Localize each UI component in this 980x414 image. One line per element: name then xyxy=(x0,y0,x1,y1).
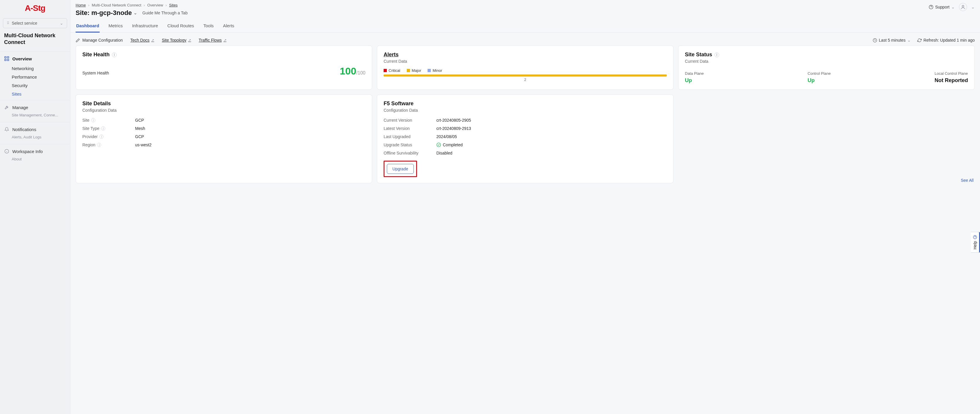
last-upgraded-value: 2024/08/05 xyxy=(436,134,667,139)
external-link-icon: ↗ xyxy=(224,38,226,42)
sidebar-item-performance[interactable]: Performance xyxy=(0,73,70,81)
sidebar-item-workspace[interactable]: Workspace Info xyxy=(0,146,70,157)
sidebar-item-networking[interactable]: Networking xyxy=(0,64,70,73)
grip-icon: ⠿ xyxy=(7,21,10,25)
sidebar-item-notifications[interactable]: Notifications xyxy=(0,124,70,135)
site-topology-link[interactable]: Site Topology ↗ xyxy=(162,38,191,43)
see-all-region: See All xyxy=(678,94,975,183)
sidebar-workspace-label: Workspace Info xyxy=(12,149,43,154)
local-control-plane-label: Local Control Plane xyxy=(935,71,968,76)
page-title-prefix: Site: xyxy=(76,9,90,17)
tab-cloud-routes[interactable]: Cloud Routes xyxy=(167,20,195,32)
alerts-card: Alerts Current Data Critical Major Minor… xyxy=(377,45,673,90)
current-version-label: Current Version xyxy=(383,118,436,123)
select-service-label: Select service xyxy=(12,21,37,25)
external-link-icon: ↗ xyxy=(188,38,191,42)
alerts-bar xyxy=(383,75,667,76)
clock-icon xyxy=(873,38,877,43)
sidebar-overview-label: Overview xyxy=(12,56,32,61)
site-status-title: Site Status i xyxy=(685,52,968,58)
offline-survivability-label: Offline Survivability xyxy=(383,151,436,155)
chevron-down-icon: ⌄ xyxy=(951,5,955,10)
sidebar-notifications-desc: Alerts, Audit Logs xyxy=(0,135,70,142)
refresh-button[interactable]: Refresh: Updated 1 min ago xyxy=(917,38,975,43)
sidebar-item-sites[interactable]: Sites xyxy=(0,90,70,98)
svg-point-11 xyxy=(437,143,441,146)
tab-dashboard[interactable]: Dashboard xyxy=(76,20,100,33)
sidebar-item-manage[interactable]: Manage xyxy=(0,102,70,113)
crumb-overview[interactable]: Overview xyxy=(147,3,163,7)
page-title-site: m-gcp-3node xyxy=(91,9,132,17)
sidebar-item-overview[interactable]: Overview xyxy=(0,53,70,64)
tab-tools[interactable]: Tools xyxy=(203,20,214,32)
site-health-card: Site Health i System Health 100/100 xyxy=(76,45,372,90)
refresh-icon xyxy=(917,38,922,43)
svg-rect-2 xyxy=(5,59,6,61)
svg-rect-3 xyxy=(7,59,9,61)
sidebar-manage-desc: Site Management, Conne... xyxy=(0,113,70,120)
toolbar: Manage Configuration Tech Docs ↗ Site To… xyxy=(70,33,980,45)
crumb-home[interactable]: Home xyxy=(76,3,86,7)
see-all-link[interactable]: See All xyxy=(961,176,974,183)
system-health-score: 100 xyxy=(340,65,356,76)
tabs: Dashboard Metrics Infrastructure Cloud R… xyxy=(70,19,980,33)
help-side-tab[interactable]: Help xyxy=(971,232,980,253)
offline-survivability-value: Disabled xyxy=(436,151,667,155)
info-icon[interactable]: i xyxy=(101,126,105,131)
site-health-title: Site Health i xyxy=(82,52,366,58)
alerts-legend: Critical Major Minor xyxy=(383,68,667,73)
sidebar-manage-label: Manage xyxy=(12,105,28,110)
control-plane-label: Control Plane xyxy=(808,71,831,76)
alerts-count: 2 xyxy=(383,78,667,82)
info-icon[interactable]: i xyxy=(97,143,101,147)
info-icon[interactable]: i xyxy=(112,53,117,57)
info-icon[interactable]: i xyxy=(714,53,719,57)
sidebar-item-security[interactable]: Security xyxy=(0,81,70,90)
info-icon[interactable]: i xyxy=(99,135,103,139)
system-health-max: /100 xyxy=(356,70,366,75)
time-range-picker[interactable]: Last 5 minutes ⌄ xyxy=(873,38,911,43)
f5-software-subtitle: Configuration Data xyxy=(383,108,667,113)
info-icon[interactable]: i xyxy=(91,118,95,122)
brand-logo: A-Stg xyxy=(0,0,70,15)
page-title[interactable]: Site: m-gcp-3node ⌄ xyxy=(76,9,137,17)
alerts-title-link[interactable]: Alerts xyxy=(383,52,667,58)
select-service-dropdown[interactable]: ⠿ Select service ⌄ xyxy=(3,18,67,28)
data-plane-label: Data Plane xyxy=(685,71,704,76)
upgrade-highlight: Upgrade xyxy=(383,161,417,177)
upgrade-button[interactable]: Upgrade xyxy=(387,164,414,174)
crumb-sites[interactable]: Sites xyxy=(169,3,178,7)
sidebar-workspace-desc: About xyxy=(0,157,70,164)
f5-software-title: F5 Software xyxy=(383,100,667,107)
tab-metrics[interactable]: Metrics xyxy=(108,20,123,32)
user-avatar[interactable] xyxy=(959,3,967,11)
data-plane-value: Up xyxy=(685,77,704,84)
alerts-subtitle: Current Data xyxy=(383,59,667,64)
major-swatch xyxy=(407,69,410,72)
chevron-right-icon: › xyxy=(165,3,167,7)
chevron-right-icon: › xyxy=(143,3,145,7)
wrench-icon xyxy=(4,105,10,110)
tab-infrastructure[interactable]: Infrastructure xyxy=(132,20,159,32)
current-version-value: crt-20240805-2905 xyxy=(436,118,667,123)
provider-value: GCP xyxy=(135,134,366,139)
traffic-flows-link[interactable]: Traffic Flows ↗ xyxy=(199,38,226,43)
support-menu[interactable]: Support ⌄ xyxy=(929,5,955,10)
crumb-mcn[interactable]: Multi-Cloud Network Connect xyxy=(92,3,141,7)
check-circle-icon xyxy=(436,142,441,147)
breadcrumb: Home › Multi-Cloud Network Connect › Ove… xyxy=(76,3,188,7)
grid-icon xyxy=(4,56,10,61)
site-value: GCP xyxy=(135,118,366,123)
svg-rect-0 xyxy=(5,57,6,58)
info-icon xyxy=(4,149,10,154)
manage-configuration-link[interactable]: Manage Configuration xyxy=(76,38,123,43)
tech-docs-link[interactable]: Tech Docs ↗ xyxy=(130,38,154,43)
sidebar: A-Stg ⠿ Select service ⌄ Multi-Cloud Net… xyxy=(0,0,70,414)
guide-me-link[interactable]: Guide Me Through a Tab xyxy=(142,11,188,15)
tab-alerts[interactable]: Alerts xyxy=(223,20,235,32)
system-health-label: System Health xyxy=(82,71,109,75)
chevron-down-icon: ⌄ xyxy=(134,11,137,15)
chevron-down-icon: ⌄ xyxy=(60,21,63,25)
site-status-subtitle: Current Data xyxy=(685,59,968,64)
svg-point-9 xyxy=(962,5,964,7)
